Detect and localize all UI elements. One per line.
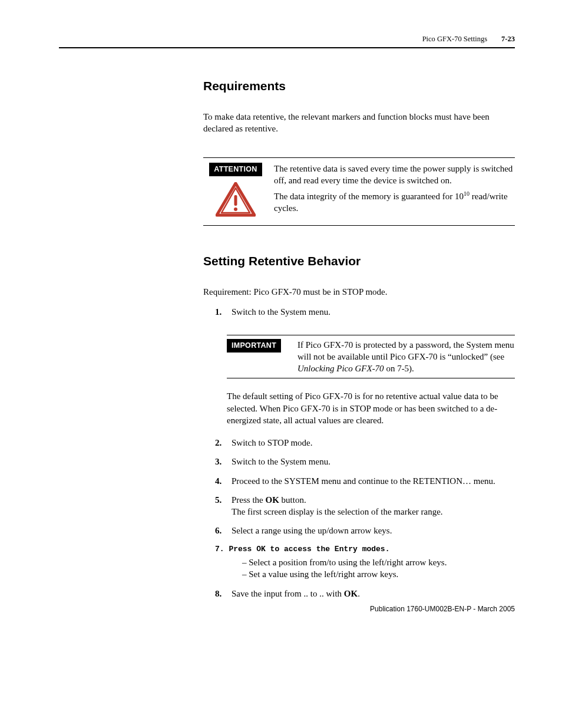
header-page-number: 7-23 xyxy=(501,34,515,44)
step-6: 6.Select a range using the up/down arrow… xyxy=(215,525,515,536)
step-2: 2.Switch to STOP mode. xyxy=(215,437,515,449)
attention-callout: ATTENTION The retentive data is saved ev… xyxy=(203,157,515,226)
step-3: 3.Switch to the System menu. xyxy=(215,456,515,467)
heading-setting-retentive: Setting Retentive Behavior xyxy=(203,253,515,269)
important-callout: IMPORTANT If Pico GFX-70 is protected by… xyxy=(227,335,515,379)
attention-badge: ATTENTION xyxy=(209,163,262,176)
requirement-line: Requirement: Pico GFX-70 must be in STOP… xyxy=(203,286,515,298)
step-4: 4.Proceed to the SYSTEM menu and continu… xyxy=(215,475,515,487)
page-header: Pico GFX-70 Settings 7-23 xyxy=(59,34,515,48)
svg-point-1 xyxy=(234,207,237,211)
default-setting-paragraph: The default setting of Pico GFX-70 is fo… xyxy=(227,390,515,426)
step-1: 1. Switch to the System menu. xyxy=(215,306,515,318)
heading-requirements: Requirements xyxy=(203,78,515,94)
important-text: If Pico GFX-70 is protected by a passwor… xyxy=(292,339,515,375)
step-7: 7. Press OK to access the Entry modes. S… xyxy=(215,544,515,581)
attention-text-1: The retentive data is saved every time t… xyxy=(274,163,515,187)
warning-triangle-icon xyxy=(216,182,256,218)
important-badge: IMPORTANT xyxy=(227,339,281,353)
footer-publication: Publication 1760-UM002B-EN-P - March 200… xyxy=(370,604,515,614)
attention-text-2: The data integrity of the memory is guar… xyxy=(274,190,515,215)
svg-rect-0 xyxy=(234,195,237,206)
step-8: 8. Save the input from .. to .. with OK. xyxy=(215,588,515,599)
requirements-paragraph: To make data retentive, the relevant mar… xyxy=(203,111,515,135)
step-5: 5. Press the OK button. The first screen… xyxy=(215,494,515,518)
header-title: Pico GFX-70 Settings xyxy=(422,34,487,44)
